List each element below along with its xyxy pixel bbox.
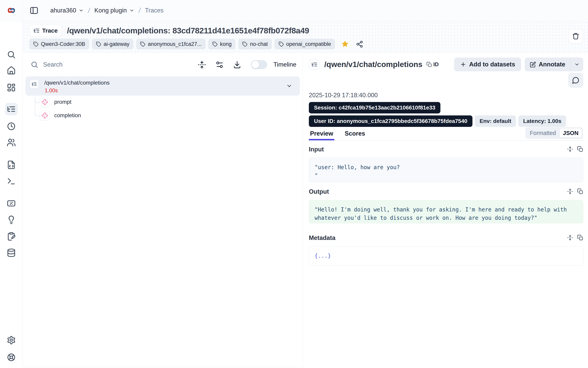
nav-datasets[interactable] (5, 247, 18, 259)
message-bubble-icon (572, 76, 579, 84)
breadcrumb-section-label: Kong plugin (94, 7, 127, 14)
tag-label: openai_compatible (286, 41, 331, 47)
env-badge: Env: default (475, 115, 516, 127)
output-section-label: Output (309, 188, 329, 195)
tag-icon (279, 42, 284, 47)
nav-rail: RB (0, 21, 23, 368)
nav-traces[interactable] (5, 103, 18, 115)
home-icon (7, 66, 16, 75)
tree-item-prompt[interactable]: prompt (25, 96, 300, 108)
delete-trace-button[interactable] (569, 29, 583, 43)
tag-pill[interactable]: Qwen3-Coder:30B (29, 39, 89, 49)
tree-root-row[interactable]: /qwen/v1/chat/completions 1.00s (25, 76, 300, 96)
nav-playground[interactable] (5, 175, 18, 188)
lightbulb-icon (7, 215, 16, 224)
share-button[interactable] (356, 40, 363, 48)
copy-id-button[interactable]: ID (426, 62, 439, 68)
add-to-datasets-label: Add to datasets (469, 61, 515, 68)
breadcrumb: ahura360 / Kong plugin / Traces (50, 6, 163, 15)
event-node-badge (39, 110, 50, 120)
chevron-down-icon (574, 62, 580, 67)
detail-header: /qwen/v1/chat/completions ID Add to data… (309, 57, 583, 72)
nav-users[interactable] (5, 136, 18, 149)
input-section-header: Input (309, 146, 583, 153)
chevron-down-icon (129, 8, 134, 13)
trace-node-badge (309, 59, 320, 70)
output-content: "Hello! I'm doing well, thank you for as… (309, 200, 583, 223)
copy-icon (426, 62, 432, 67)
comments-button[interactable] (568, 73, 583, 88)
nav-evaluation[interactable] (5, 197, 18, 210)
share-icon (356, 40, 363, 48)
sidebar-toggle-button[interactable] (28, 5, 40, 16)
clock-icon (7, 122, 16, 131)
annotate-label: Annotate (539, 61, 565, 68)
annotate-dropdown-button[interactable] (571, 57, 583, 71)
tag-pill[interactable]: ai-gateway (92, 39, 133, 49)
download-icon (233, 60, 241, 69)
nav-search[interactable] (5, 48, 18, 61)
tag-label: ai-gateway (104, 41, 130, 47)
collapse-all-button[interactable] (198, 60, 206, 69)
trace-tree-icon (33, 28, 40, 34)
collapse-section-button[interactable] (567, 235, 573, 241)
format-formatted-option[interactable]: Formatted (526, 130, 560, 136)
timeline-toggle[interactable] (251, 60, 267, 69)
trace-timestamp: 2025-10-29 17:18:40.000 (309, 92, 583, 99)
tree-children: prompt completion (25, 96, 300, 121)
nav-settings[interactable] (5, 334, 18, 346)
annotate-button[interactable]: Annotate (525, 57, 570, 71)
session-badge[interactable]: Session: c42fca19b75e13aac2b2106610f81e3… (309, 102, 440, 113)
app-logo[interactable] (0, 0, 23, 21)
nav-home[interactable] (5, 64, 18, 77)
trace-tree-icon (311, 62, 318, 68)
tree-item-completion[interactable]: completion (25, 110, 300, 121)
trace-node-badge (30, 79, 39, 89)
nav-annotation-queues[interactable] (5, 230, 18, 243)
nav-prompts[interactable] (5, 158, 18, 171)
copy-section-button[interactable] (577, 235, 583, 241)
timeline-toggle-label: Timeline (274, 61, 296, 68)
tag-pill[interactable]: anonymous_c1fca27... (136, 39, 206, 49)
tag-pill[interactable]: kong (208, 39, 236, 49)
nav-insights[interactable] (5, 213, 18, 226)
breadcrumb-separator: / (138, 6, 141, 15)
collapse-node-button[interactable] (286, 83, 293, 90)
observation-explorer-panel: Timeline /qwen/v1/chat/completions 1.00s… (23, 53, 303, 367)
tag-label: kong (220, 41, 232, 47)
fold-vertical-icon (567, 235, 573, 241)
tag-pill[interactable]: no-chat (238, 39, 272, 49)
breadcrumb-page-traces[interactable]: Traces (145, 7, 164, 14)
tab-scores[interactable]: Scores (343, 130, 366, 140)
nav-support[interactable] (5, 351, 18, 364)
tag-icon (212, 42, 218, 47)
bookmark-star-button[interactable] (341, 40, 349, 48)
file-code-icon (7, 160, 16, 169)
breadcrumb-section[interactable]: Kong plugin (94, 7, 134, 14)
view-settings-button[interactable] (215, 60, 224, 69)
tag-pill[interactable]: openai_compatible (275, 39, 335, 49)
tab-preview[interactable]: Preview (309, 130, 334, 140)
copy-icon (577, 188, 583, 194)
format-json-option[interactable]: JSON (560, 128, 582, 138)
collapse-section-button[interactable] (567, 188, 573, 195)
breadcrumb-project[interactable]: ahura360 (50, 7, 84, 14)
download-button[interactable] (233, 60, 241, 69)
nav-sessions[interactable] (5, 120, 18, 133)
search-input[interactable] (43, 61, 170, 68)
detail-title: /qwen/v1/chat/completions (324, 60, 422, 69)
tag-icon (140, 42, 145, 47)
user-id-badge[interactable]: User ID: anonymous_c1fca2795bbedc5f36678… (309, 115, 473, 127)
metadata-content[interactable]: {...} (309, 246, 583, 266)
copy-section-button[interactable] (577, 188, 583, 195)
chevron-down-icon (78, 8, 84, 13)
id-label: ID (433, 62, 439, 68)
collapse-section-button[interactable] (567, 146, 573, 153)
add-to-datasets-button[interactable]: Add to datasets (454, 57, 521, 71)
trace-detail-panel: /qwen/v1/chat/completions ID Add to data… (303, 53, 588, 368)
tag-label: Qwen3-Coder:30B (41, 41, 85, 47)
input-section-label: Input (309, 146, 324, 153)
dashboard-grid-icon (7, 83, 16, 92)
copy-section-button[interactable] (577, 146, 583, 153)
nav-dashboards[interactable] (5, 81, 18, 94)
